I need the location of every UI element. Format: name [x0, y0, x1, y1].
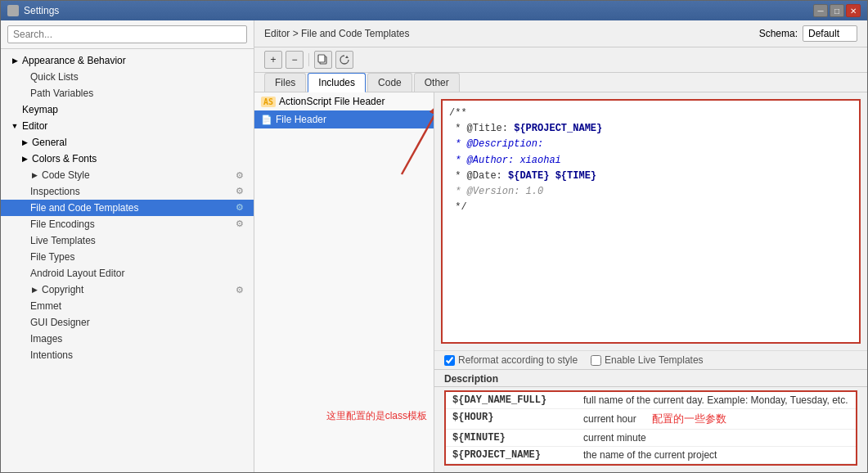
- live-templates-checkbox-label[interactable]: Enable Live Templates: [591, 354, 704, 366]
- remove-button[interactable]: −: [286, 51, 304, 69]
- expand-icon: ▶: [30, 171, 38, 179]
- sidebar-item-inspections[interactable]: Inspections ⚙: [1, 183, 254, 200]
- var-cell: ${MINUTE}: [446, 430, 577, 447]
- code-line-3: * @Description:: [449, 137, 852, 152]
- tab-files[interactable]: Files: [264, 73, 306, 92]
- as-icon: AS: [261, 97, 276, 107]
- expand-icon: ▶: [30, 286, 38, 294]
- expand-icon: ▶: [20, 138, 29, 146]
- sidebar-item-file-code-templates[interactable]: File and Code Templates ⚙: [1, 200, 254, 216]
- svg-rect-1: [318, 55, 325, 62]
- sidebar-item-file-types[interactable]: File Types: [1, 249, 254, 265]
- titlebar-left: Settings: [7, 5, 59, 16]
- code-line-4: * @Author: xiaohai: [449, 153, 852, 169]
- settings-icon: ⚙: [236, 202, 244, 214]
- maximize-button[interactable]: □: [830, 4, 844, 17]
- reset-button[interactable]: [335, 51, 353, 69]
- settings-icon: ⚙: [236, 186, 244, 197]
- settings-window: Settings ─ □ ✕ ▶ Appearance & Behavior Q…: [0, 0, 868, 473]
- sidebar-item-colors-fonts[interactable]: ▶ Colors & Fonts: [1, 151, 254, 167]
- search-input[interactable]: [7, 25, 247, 43]
- settings-icon: ⚙: [236, 285, 244, 295]
- file-list-item-actionscript[interactable]: AS ActionScript File Header: [254, 92, 434, 110]
- var-cell: ${PROJECT_NAME}: [446, 447, 577, 464]
- reformat-checkbox-label[interactable]: Reformat according to style: [444, 354, 578, 366]
- tab-other[interactable]: Other: [414, 73, 460, 92]
- sidebar-label: Appearance & Behavior: [22, 55, 126, 66]
- class-annotation: 这里配置的是class模板: [326, 409, 427, 423]
- var-cell: ${DAY_NAME_FULL}: [446, 392, 577, 409]
- expand-icon: ▶: [20, 155, 29, 163]
- titlebar: Settings ─ □ ✕: [1, 1, 867, 20]
- sidebar-label: Editor: [22, 120, 47, 132]
- main-panel: Editor > File and Code Templates Schema:…: [254, 20, 867, 472]
- table-row: ${MINUTE} current minute: [446, 430, 856, 447]
- code-editor[interactable]: /** * @Title: ${PROJECT_NAME} * @Descrip…: [441, 99, 861, 344]
- sidebar: ▶ Appearance & Behavior Quick Lists Path…: [1, 20, 254, 472]
- file-list-panel: AS ActionScript File Header 📄 File Heade…: [254, 92, 434, 472]
- code-line-2: * @Title: ${PROJECT_NAME}: [449, 121, 852, 137]
- description-container: ${DAY_NAME_FULL} full name of the curren…: [444, 390, 857, 466]
- reformat-checkbox[interactable]: [444, 355, 455, 366]
- toolbar-separator: [308, 53, 309, 66]
- desc-cell: current minute: [577, 430, 856, 447]
- main-content: ▶ Appearance & Behavior Quick Lists Path…: [1, 20, 867, 472]
- live-templates-checkbox[interactable]: [591, 355, 601, 366]
- close-button[interactable]: ✕: [846, 4, 861, 17]
- desc-cell: full name of the current day. Example: M…: [577, 392, 856, 409]
- settings-icon: ⚙: [236, 170, 244, 181]
- sidebar-label: Keymap: [22, 104, 58, 115]
- description-section: Description ${DAY_NAME_FULL} full name o…: [434, 369, 867, 472]
- sidebar-item-emmet[interactable]: Emmet: [1, 298, 254, 314]
- sidebar-item-android-layout-editor[interactable]: Android Layout Editor: [1, 265, 254, 282]
- minimize-button[interactable]: ─: [813, 4, 828, 17]
- sidebar-item-appearance[interactable]: ▶ Appearance & Behavior: [1, 52, 254, 69]
- editor-area: /** * @Title: ${PROJECT_NAME} * @Descrip…: [434, 92, 867, 472]
- table-row: ${PROJECT_NAME} the name of the current …: [446, 447, 856, 464]
- sidebar-item-editor[interactable]: ▼ Editor: [1, 118, 254, 134]
- split-area: AS ActionScript File Header 📄 File Heade…: [254, 92, 867, 472]
- schema-area: Schema: Default Project: [759, 25, 857, 42]
- code-line-5: * @Date: ${DATE} ${TIME}: [449, 169, 852, 184]
- sidebar-item-live-templates[interactable]: Live Templates: [1, 232, 254, 249]
- settings-icon: ⚙: [236, 218, 244, 230]
- svg-marker-2: [345, 56, 349, 58]
- app-icon: [7, 5, 19, 16]
- search-area: [1, 20, 254, 49]
- expand-icon: [11, 106, 19, 114]
- file-list-item-file-header[interactable]: 📄 File Header: [254, 110, 434, 128]
- sidebar-item-intentions[interactable]: Intentions: [1, 347, 254, 363]
- var-cell: ${HOUR}: [446, 409, 577, 430]
- desc-cell: the name of the current project: [577, 447, 856, 464]
- copy-icon: [317, 54, 329, 65]
- tab-includes[interactable]: Includes: [308, 73, 366, 92]
- expand-icon: ▶: [11, 56, 19, 65]
- table-row: ${HOUR} current hour 配置的一些参数: [446, 409, 856, 430]
- description-header: Description: [434, 370, 867, 387]
- sidebar-item-keymap[interactable]: Keymap: [1, 101, 254, 118]
- sidebar-item-images[interactable]: Images: [1, 331, 254, 347]
- schema-label: Schema:: [759, 28, 798, 39]
- schema-select[interactable]: Default Project: [803, 25, 857, 42]
- sidebar-item-file-encodings[interactable]: File Encodings ⚙: [1, 216, 254, 232]
- description-table: ${DAY_NAME_FULL} full name of the curren…: [446, 392, 856, 464]
- window-controls: ─ □ ✕: [813, 4, 861, 17]
- code-line-7: */: [449, 200, 852, 215]
- tab-code[interactable]: Code: [367, 73, 412, 92]
- sidebar-item-gui-designer[interactable]: GUI Designer: [1, 314, 254, 331]
- sidebar-item-code-style[interactable]: ▶ Code Style ⚙: [1, 167, 254, 183]
- desc-cell: current hour 配置的一些参数: [577, 409, 856, 430]
- settings-tree: ▶ Appearance & Behavior Quick Lists Path…: [1, 49, 254, 472]
- editor-toolbar: + −: [254, 47, 867, 73]
- sidebar-item-path-variables[interactable]: Path Variables: [1, 85, 254, 101]
- breadcrumb: Editor > File and Code Templates: [264, 28, 410, 39]
- copy-button[interactable]: [314, 51, 332, 69]
- file-icon: 📄: [261, 115, 272, 125]
- sidebar-item-quick-lists[interactable]: Quick Lists: [1, 69, 254, 85]
- window-title: Settings: [24, 5, 59, 16]
- add-button[interactable]: +: [264, 51, 282, 69]
- reset-icon: [339, 54, 350, 65]
- param-annotation: 配置的一些参数: [652, 412, 726, 425]
- sidebar-item-copyright[interactable]: ▶ Copyright ⚙: [1, 282, 254, 298]
- sidebar-item-general[interactable]: ▶ General: [1, 134, 254, 151]
